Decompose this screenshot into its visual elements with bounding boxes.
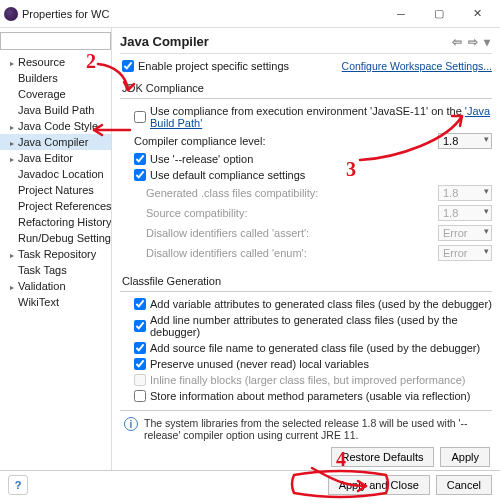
sidebar-item-builders[interactable]: Builders <box>0 70 111 86</box>
sidebar-item-label: Resource <box>18 56 65 68</box>
info-icon: i <box>124 417 138 431</box>
info-text: The system libraries from the selected r… <box>144 417 488 441</box>
sidebar-item-java-compiler[interactable]: ▸Java Compiler <box>0 134 111 150</box>
sidebar-item-wikitext[interactable]: WikiText <box>0 294 111 310</box>
restore-defaults-button[interactable]: Restore Defaults <box>331 447 435 467</box>
disallow-assert-select: Error <box>438 225 492 241</box>
sidebar-item-resource[interactable]: ▸Resource <box>0 54 111 70</box>
apply-button[interactable]: Apply <box>440 447 490 467</box>
jdk-compliance-label: JDK Compliance <box>120 76 492 96</box>
sidebar-item-label: Project References <box>18 200 112 212</box>
sidebar-item-java-build-path[interactable]: Java Build Path <box>0 102 111 118</box>
disallow-enum-select: Error <box>438 245 492 261</box>
use-default-label: Use default compliance settings <box>150 169 305 181</box>
chevron-right-icon: ▸ <box>10 251 18 260</box>
sidebar-item-label: Task Repository <box>18 248 96 260</box>
use-compliance-checkbox[interactable] <box>134 111 146 123</box>
sidebar-item-javadoc-location[interactable]: Javadoc Location <box>0 166 111 182</box>
enable-specific-label: Enable project specific settings <box>138 60 289 72</box>
cf-preserve-checkbox[interactable] <box>134 358 146 370</box>
info-box: i The system libraries from the selected… <box>120 410 492 443</box>
cf-var-attr-label: Add variable attributes to generated cla… <box>150 298 492 310</box>
cf-src-file-label: Add source file name to generated class … <box>150 342 480 354</box>
filter-input[interactable] <box>0 32 111 50</box>
sidebar-item-refactoring-history[interactable]: Refactoring History <box>0 214 111 230</box>
chevron-right-icon: ▸ <box>10 123 18 132</box>
sidebar-item-validation[interactable]: ▸Validation <box>0 278 111 294</box>
configure-workspace-link[interactable]: Configure Workspace Settings... <box>342 60 492 72</box>
cf-preserve-label: Preserve unused (never read) local varia… <box>150 358 369 370</box>
content-pane: Java Compiler ⇦ ⇨ ▾ Enable project speci… <box>112 28 500 470</box>
sidebar-item-label: Java Editor <box>18 152 73 164</box>
gen-class-compat-select: 1.8 <box>438 185 492 201</box>
cf-store-params-label: Store information about method parameter… <box>150 390 470 402</box>
maximize-button[interactable]: ▢ <box>420 1 458 27</box>
sidebar-item-label: Java Build Path <box>18 104 94 116</box>
nav-menu-icon[interactable]: ▾ <box>482 35 492 49</box>
compliance-level-select[interactable]: 1.8 <box>438 133 492 149</box>
disallow-enum-label: Disallow identifiers called 'enum': <box>146 247 307 259</box>
chevron-right-icon: ▸ <box>10 139 18 148</box>
nav-fwd-icon[interactable]: ⇨ <box>466 35 480 49</box>
use-release-label: Use '--release' option <box>150 153 253 165</box>
cf-var-attr-checkbox[interactable] <box>134 298 146 310</box>
chevron-right-icon: ▸ <box>10 155 18 164</box>
sidebar-item-label: Task Tags <box>18 264 67 276</box>
use-compliance-label: Use compliance from execution environmen… <box>150 105 492 129</box>
cf-inline-label: Inline finally blocks (larger class file… <box>150 374 465 386</box>
chevron-right-icon: ▸ <box>10 59 18 68</box>
compliance-level-label: Compiler compliance level: <box>134 135 265 147</box>
sidebar: ▸ResourceBuildersCoverageJava Build Path… <box>0 28 112 470</box>
eclipse-icon <box>4 7 18 21</box>
sidebar-item-label: Builders <box>18 72 58 84</box>
sidebar-item-java-code-style[interactable]: ▸Java Code Style <box>0 118 111 134</box>
enable-specific-checkbox[interactable] <box>122 60 134 72</box>
sidebar-item-label: Javadoc Location <box>18 168 104 180</box>
cf-line-num-label: Add line number attributes to generated … <box>150 314 492 338</box>
sidebar-item-label: Validation <box>18 280 66 292</box>
cancel-button[interactable]: Cancel <box>436 475 492 495</box>
sidebar-item-label: Project Natures <box>18 184 94 196</box>
sidebar-item-run-debug-setting[interactable]: Run/Debug Setting <box>0 230 111 246</box>
sidebar-item-label: Refactoring History <box>18 216 112 228</box>
cf-store-params-checkbox[interactable] <box>134 390 146 402</box>
sidebar-item-label: Run/Debug Setting <box>18 232 111 244</box>
sidebar-item-java-editor[interactable]: ▸Java Editor <box>0 150 111 166</box>
sidebar-item-label: WikiText <box>18 296 59 308</box>
sidebar-item-label: Coverage <box>18 88 66 100</box>
apply-close-button[interactable]: Apply and Close <box>328 475 430 495</box>
sidebar-item-label: Java Code Style <box>18 120 98 132</box>
nav-back-icon[interactable]: ⇦ <box>450 35 464 49</box>
classfile-gen-label: Classfile Generation <box>120 269 492 289</box>
cf-inline-checkbox <box>134 374 146 386</box>
sidebar-item-task-tags[interactable]: Task Tags <box>0 262 111 278</box>
title-bar: Properties for WC ─ ▢ ✕ <box>0 0 500 28</box>
use-release-checkbox[interactable] <box>134 153 146 165</box>
src-compat-label: Source compatibility: <box>146 207 248 219</box>
src-compat-select: 1.8 <box>438 205 492 221</box>
close-button[interactable]: ✕ <box>458 1 496 27</box>
sidebar-item-project-natures[interactable]: Project Natures <box>0 182 111 198</box>
sidebar-item-project-references[interactable]: Project References <box>0 198 111 214</box>
sidebar-item-task-repository[interactable]: ▸Task Repository <box>0 246 111 262</box>
cf-src-file-checkbox[interactable] <box>134 342 146 354</box>
gen-class-compat-label: Generated .class files compatibility: <box>146 187 318 199</box>
use-default-checkbox[interactable] <box>134 169 146 181</box>
window-title: Properties for WC <box>22 8 109 20</box>
help-button[interactable]: ? <box>8 475 28 495</box>
chevron-right-icon: ▸ <box>10 283 18 292</box>
sidebar-item-label: Java Compiler <box>18 136 88 148</box>
page-title: Java Compiler <box>120 34 209 49</box>
disallow-assert-label: Disallow identifiers called 'assert': <box>146 227 309 239</box>
cf-line-num-checkbox[interactable] <box>134 320 146 332</box>
minimize-button[interactable]: ─ <box>382 1 420 27</box>
sidebar-item-coverage[interactable]: Coverage <box>0 86 111 102</box>
dialog-footer: ? Apply and Close Cancel <box>0 470 500 501</box>
